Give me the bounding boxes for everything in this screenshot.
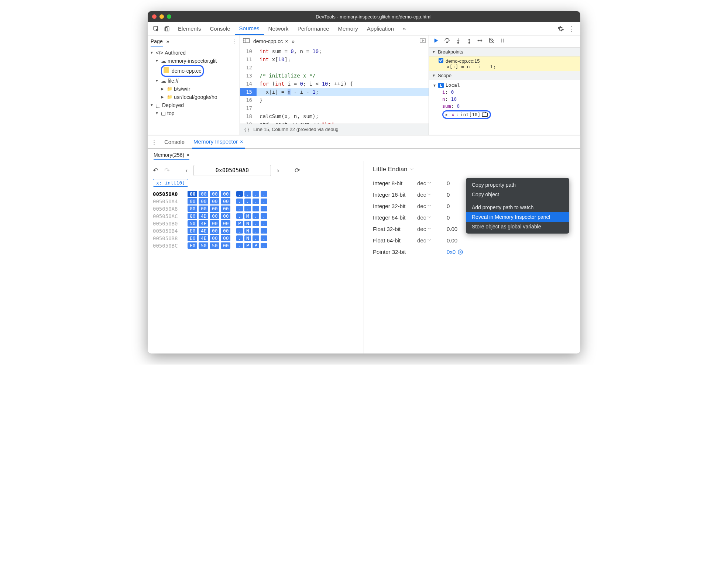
line-number[interactable]: 16 [240, 96, 257, 104]
hex-byte[interactable]: 00 [221, 213, 230, 219]
breakpoint-checkbox[interactable] [439, 58, 443, 63]
code-line[interactable] [257, 63, 429, 72]
line-number[interactable]: 17 [240, 104, 257, 112]
context-menu-item[interactable]: Copy object [466, 190, 569, 199]
pretty-print-icon[interactable]: { } [244, 127, 249, 132]
close-icon[interactable]: × [240, 138, 243, 145]
pause-exceptions-icon[interactable] [499, 37, 506, 45]
repr-mode-select[interactable]: dec ﹀ [417, 226, 447, 232]
endian-selector[interactable]: Little Endian ﹀ [373, 166, 571, 173]
tree-top[interactable]: ▼▢ top [148, 109, 239, 117]
hex-byte[interactable]: 00 [221, 191, 230, 197]
tree-host[interactable]: ▼☁ memory-inspector.glit [148, 57, 239, 65]
scope-var[interactable]: sum: 0 [429, 103, 580, 110]
scope-section[interactable]: ▼Scope [429, 71, 580, 80]
line-number[interactable]: 13 [240, 72, 257, 80]
tree-dir2[interactable]: ▶📁 usr/local/google/ho [148, 93, 239, 101]
hex-byte[interactable]: 00 [199, 198, 208, 204]
hex-byte[interactable]: 4E [199, 235, 208, 241]
hex-byte[interactable]: 50 [199, 242, 208, 249]
refresh-icon[interactable]: ⟳ [295, 166, 300, 175]
context-menu-item[interactable]: Add property path to watch [466, 203, 569, 212]
code-line[interactable]: std::cout << sum << "\n"; [257, 120, 429, 124]
hex-address[interactable]: 005050A0 [153, 191, 184, 197]
line-number[interactable]: 10 [240, 47, 257, 55]
hex-byte[interactable]: 00 [221, 220, 230, 227]
hex-byte[interactable]: 50 [210, 242, 219, 249]
hex-address[interactable]: 005050B8 [153, 235, 184, 241]
hex-byte[interactable]: 00 [199, 206, 208, 212]
page-tab[interactable]: Page [151, 38, 163, 46]
address-input[interactable] [193, 165, 271, 176]
line-number[interactable]: 15 [240, 88, 257, 96]
step-out-icon[interactable] [466, 37, 473, 45]
hex-address[interactable]: 005050AC [153, 213, 184, 219]
next-page-icon[interactable]: › [277, 167, 279, 175]
step-over-icon[interactable] [444, 37, 450, 45]
repr-mode-select[interactable]: dec ﹀ [417, 192, 447, 198]
hex-byte[interactable]: 00 [210, 198, 219, 204]
close-icon[interactable]: × [186, 152, 189, 158]
step-into-icon[interactable] [455, 37, 461, 45]
breakpoints-section[interactable]: ▼Breakpoints [429, 47, 580, 56]
line-number[interactable]: 14 [240, 80, 257, 88]
code-line[interactable]: calcSum(x, n, sum); [257, 112, 429, 120]
redo-icon[interactable]: ↷ [164, 166, 170, 175]
repr-value[interactable]: 0x0 [447, 249, 571, 255]
scope-local[interactable]: ▼LLocal [429, 82, 580, 89]
repr-mode-select[interactable]: dec ﹀ [417, 214, 447, 221]
line-number[interactable]: 18 [240, 112, 257, 120]
tab-memory[interactable]: Memory [334, 22, 363, 35]
close-icon[interactable]: × [285, 38, 288, 44]
hex-byte[interactable]: 00 [221, 228, 230, 234]
line-number[interactable]: 19 [240, 120, 257, 124]
more-icon[interactable]: » [292, 38, 295, 44]
hex-byte[interactable]: 00 [188, 206, 197, 212]
hex-byte[interactable]: 00 [188, 191, 197, 197]
repr-mode-select[interactable]: dec ﹀ [417, 237, 447, 244]
context-menu-item[interactable]: Copy property path [466, 180, 569, 190]
hex-byte[interactable]: 00 [210, 206, 219, 212]
tab-performance[interactable]: Performance [293, 22, 334, 35]
hex-address[interactable]: 005050A4 [153, 199, 184, 204]
hex-byte[interactable]: 00 [221, 206, 230, 212]
code-line[interactable]: for (int i = 0; i < 10; ++i) { [257, 80, 429, 88]
code-line[interactable] [257, 104, 429, 112]
kebab-icon[interactable]: ⋮ [151, 139, 157, 145]
memory-chip-icon[interactable] [482, 113, 488, 117]
repr-mode-select[interactable]: dec ﹀ [417, 180, 447, 186]
tree-deployed[interactable]: ▼⬚ Deployed [148, 101, 239, 109]
object-tag[interactable]: x: int[10] [153, 179, 188, 187]
deactivate-bp-icon[interactable] [488, 37, 495, 45]
resume-icon[interactable] [433, 37, 439, 45]
inspect-icon[interactable] [151, 24, 161, 34]
code-line[interactable]: x[i] = n - i - 1; [257, 88, 429, 96]
hex-byte[interactable]: 4E [199, 228, 208, 234]
hex-byte[interactable]: 00 [221, 242, 230, 249]
code-editor[interactable]: 10int sum = 0, n = 10;11int x[10];1213/*… [240, 47, 429, 124]
hex-viewer[interactable]: 005050A000000000....005050A400000000....… [153, 190, 358, 250]
scope-var[interactable]: n: 10 [429, 96, 580, 103]
nav-back-icon[interactable] [243, 38, 250, 44]
code-line[interactable]: /* initialize x */ [257, 72, 429, 80]
hex-byte[interactable]: 00 [188, 198, 197, 204]
close-icon[interactable] [152, 14, 157, 19]
line-number[interactable]: 11 [240, 55, 257, 63]
hex-byte[interactable]: 4D [199, 213, 208, 219]
hex-byte[interactable]: 00 [210, 191, 219, 197]
kebab-icon[interactable]: ⋮ [231, 38, 237, 44]
tab-network[interactable]: Network [264, 22, 293, 35]
more-icon[interactable]: » [166, 38, 169, 44]
code-line[interactable]: int sum = 0, n = 10; [257, 47, 429, 55]
editor-tab[interactable]: demo-cpp.cc × [253, 38, 288, 44]
hex-byte[interactable]: 00 [210, 228, 219, 234]
minimize-icon[interactable] [159, 14, 164, 19]
tab-elements[interactable]: Elements [174, 22, 206, 35]
hex-byte[interactable]: 50 [188, 220, 197, 227]
hex-address[interactable]: 005050BC [153, 243, 184, 249]
device-icon[interactable] [162, 24, 172, 34]
tree-authored[interactable]: ▼</> Authored [148, 49, 239, 57]
hex-byte[interactable]: 00 [199, 191, 208, 197]
hex-byte[interactable]: 00 [210, 220, 219, 227]
tab-sources[interactable]: Sources [235, 22, 264, 35]
